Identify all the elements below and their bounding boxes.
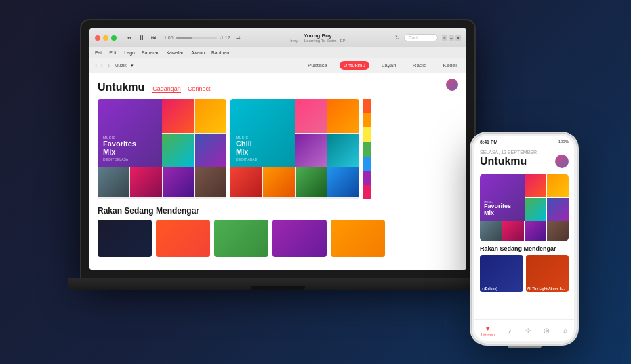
fav-bottom-1 — [98, 167, 129, 197]
menu-kawalan[interactable]: Kawalan — [166, 50, 184, 55]
phone-statusbar: 6:41 PM 100% — [474, 136, 574, 147]
phone-signal: 100% — [558, 140, 569, 144]
chill-mix-name: Chill — [236, 140, 289, 148]
favorites-album-2 — [195, 99, 226, 133]
progress-area: 1:06 -1:12 — [164, 35, 230, 40]
phone-tabbar: ♥ Untukmu ♪ ⊹ ◎ ⌕ — [474, 319, 574, 341]
itunes-menubar: Fail Edit Lagu Paparan Kawalan Akaun Ban… — [89, 47, 466, 58]
phone-mix-albums — [525, 174, 569, 221]
favorites-mix-card[interactable]: MUSIC Favorites Mix DIEDIT SELASA — [98, 99, 226, 199]
friend-thumb-3 — [214, 220, 268, 257]
tab-untukmu[interactable]: Untukmu — [340, 61, 369, 70]
back-arrow[interactable]: ‹ — [95, 62, 97, 69]
favorites-bottom-row — [98, 167, 226, 197]
user-avatar[interactable] — [446, 79, 458, 91]
progress-bar[interactable] — [176, 37, 217, 39]
radio-icon: ◎ — [544, 327, 550, 334]
phone-tab-search[interactable]: ⌕ — [563, 327, 567, 334]
titlebar-right: ↻ Cari ≡ – × — [395, 34, 461, 41]
phone-page-title: Untukmu — [480, 155, 569, 168]
nav-tabs: Pustaka Untukmu Layari Radio Kedai — [304, 61, 461, 70]
favorites-album-grid — [162, 99, 226, 167]
favorites-mix-subtitle: DIEDIT SELASA — [103, 157, 157, 161]
phone-tab-untukmu-label: Untukmu — [481, 333, 495, 337]
phone-time: 6:41 PM — [480, 140, 497, 144]
phone-friend-1[interactable]: ÷ (Deluxe) — [480, 255, 523, 292]
friend-card-5[interactable] — [331, 220, 385, 257]
friend-card-3[interactable] — [214, 220, 268, 257]
forward-arrow[interactable]: › — [101, 62, 103, 69]
favorites-album-3 — [162, 134, 194, 167]
location-label: Muzik — [115, 63, 127, 68]
search-input[interactable]: Cari — [404, 34, 438, 41]
favorites-mix-name2: Mix — [103, 148, 157, 156]
laptop-base — [68, 278, 488, 290]
favorites-mix-name: Favorites — [103, 140, 157, 148]
phone-tab-music[interactable]: ♪ — [508, 327, 512, 334]
strip-5 — [363, 157, 371, 171]
chill-album-grid — [295, 99, 359, 167]
friend-card-2[interactable] — [156, 220, 210, 257]
home-indicator[interactable] — [508, 345, 542, 348]
menu-bantuan[interactable]: Bantuan — [211, 50, 229, 55]
tab-radio[interactable]: Radio — [409, 61, 431, 70]
chill-bottom-row — [230, 167, 359, 197]
friends-section-label: Rakan Sedang Mendengar — [98, 206, 458, 216]
win-controls: ≡ – × — [442, 35, 461, 41]
strip-3 — [363, 127, 371, 142]
sub-tab-cadangan[interactable]: Cadangan — [152, 85, 181, 93]
win-ctrl-list[interactable]: ≡ — [442, 35, 447, 41]
fav-bottom-2 — [130, 167, 162, 197]
menu-paparan[interactable]: Paparan — [142, 50, 159, 55]
chill-mix-main: MUSIC Chill Mix DIEDIT AHAD — [230, 99, 359, 167]
shuffle-icon[interactable]: ⇄ — [236, 35, 241, 41]
tab-kedai[interactable]: Kedai — [439, 61, 461, 70]
chill-mix-name2: Mix — [236, 148, 289, 156]
phone-mix-card[interactable]: MUSIC Favorites Mix — [480, 174, 569, 241]
win-ctrl-close[interactable]: × — [455, 35, 461, 41]
chill-mix-card[interactable]: MUSIC Chill Mix DIEDIT AHAD — [230, 99, 359, 199]
play-pause-button[interactable]: ⏸ — [137, 33, 146, 43]
menu-edit[interactable]: Edit — [109, 50, 117, 55]
phone-friends-section: Rakan Sedang Mendengar — [480, 245, 569, 252]
time-elapsed: 1:06 — [164, 35, 174, 40]
phone-friend-label-2: All The Light Above It... — [527, 287, 565, 291]
phone-user-avatar[interactable] — [555, 155, 569, 168]
phone-bottom-2 — [502, 221, 524, 241]
chill-bottom-3 — [296, 167, 327, 197]
menu-akaun[interactable]: Akaun — [191, 50, 205, 55]
tab-pustaka[interactable]: Pustaka — [304, 61, 331, 70]
location-dropdown[interactable]: ▾ — [131, 63, 134, 68]
chill-bottom-1 — [230, 167, 262, 197]
phone-mix-title2: Mix — [484, 210, 521, 217]
itunes-titlebar: ⏮ ⏸ ⏭ 1:06 -1:12 ⇄ Young Boy Inny — [89, 28, 466, 47]
minimize-button[interactable] — [103, 35, 108, 41]
itunes-navbar: ‹ › ♪ Muzik ▾ Pustaka Untukmu Layari Rad… — [89, 58, 466, 73]
win-ctrl-min[interactable]: – — [449, 35, 454, 41]
phone-friend-2[interactable]: All The Light Above It... — [526, 255, 569, 292]
phone-bottom-3 — [525, 221, 546, 241]
friend-card-1[interactable] — [98, 220, 152, 257]
favorites-mix-main: MUSIC Favorites Mix DIEDIT SELASA — [98, 99, 226, 167]
chill-album-4 — [327, 134, 359, 167]
strip-1 — [363, 99, 371, 113]
phone-tab-browse[interactable]: ⊹ — [525, 327, 531, 334]
next-button[interactable]: ⏭ — [149, 33, 159, 43]
phone-album-3 — [525, 198, 546, 222]
repeat-icon[interactable]: ↻ — [395, 35, 400, 41]
menu-lagu[interactable]: Lagu — [124, 50, 135, 55]
friend-card-4[interactable] — [272, 220, 327, 257]
close-button[interactable] — [95, 35, 100, 41]
maximize-button[interactable] — [111, 35, 117, 41]
song-subtitle: Inny — Learning To Swim · EP — [243, 39, 392, 43]
tab-layari[interactable]: Layari — [378, 61, 401, 70]
chill-album-3 — [295, 134, 327, 167]
prev-button[interactable]: ⏮ — [125, 33, 134, 43]
phone-tab-untukmu[interactable]: ♥ Untukmu — [481, 325, 495, 337]
sub-tab-connect[interactable]: Connect — [188, 85, 211, 93]
song-title: Young Boy — [243, 33, 392, 39]
menu-fail[interactable]: Fail — [95, 50, 102, 55]
phone-tab-radio[interactable]: ◎ — [544, 327, 550, 334]
phone-album-2 — [547, 174, 569, 197]
phone-bottom-row — [480, 221, 569, 241]
